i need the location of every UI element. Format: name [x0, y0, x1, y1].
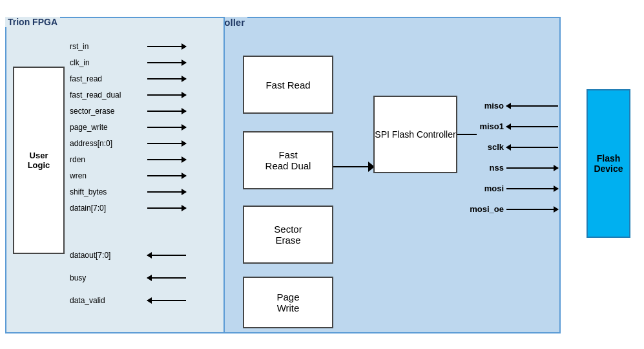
miso-arrowhead	[506, 103, 511, 109]
signal-data-valid: data_valid	[70, 296, 186, 305]
signal-name-sector-erase: sector_erase	[70, 107, 146, 116]
module-fast-read-dual: FastRead Dual	[243, 131, 333, 189]
arrow-busy	[147, 277, 186, 279]
module-sector-erase-label: SectorErase	[274, 224, 302, 246]
signal-wren: wren	[70, 171, 186, 180]
spi-signal-miso: miso	[464, 101, 558, 111]
signal-clk-in: clk_in	[70, 58, 186, 67]
module-fast-read: Fast Read	[243, 56, 333, 114]
arrow-page-write	[147, 127, 186, 128]
module-sector-erase: SectorErase	[243, 206, 333, 264]
signal-name-shift-bytes: shift_bytes	[70, 187, 146, 196]
flash-device-box: Flash Device	[587, 89, 630, 238]
signal-address: address[n:0]	[70, 139, 186, 148]
arrow-fast-read-dual	[147, 94, 186, 96]
signal-name-datain: datain[7:0]	[70, 204, 146, 213]
h-connector-modules-spi	[333, 166, 373, 167]
signal-sector-erase: sector_erase	[70, 107, 186, 116]
spi-signal-miso1: miso1	[464, 122, 558, 131]
module-page-write-label: PageWrite	[276, 291, 299, 313]
arrow-clk-in	[147, 62, 186, 63]
signal-name-rden: rden	[70, 155, 146, 164]
module-page-write: PageWrite	[243, 277, 333, 328]
arrow-fast-read	[147, 78, 186, 79]
sclk-line	[506, 147, 558, 148]
sclk-arrowhead	[506, 144, 511, 151]
module-fast-read-label: Fast Read	[265, 79, 310, 90]
signal-name-wren: wren	[70, 171, 146, 180]
nss-arrowhead	[554, 165, 559, 171]
mosi-oe-arrowhead	[554, 206, 559, 213]
spi-signal-nss: nss	[464, 163, 558, 173]
signal-page-write: page_write	[70, 123, 186, 132]
mosi-arrowhead	[554, 185, 559, 192]
spi-name-mosi: mosi	[464, 184, 504, 193]
main-container: ASMI SPI Flash Controller Trion FPGA Use…	[5, 5, 635, 343]
spi-signal-mosi-oe: mosi_oe	[464, 204, 558, 214]
signal-name-rst-in: rst_in	[70, 42, 146, 51]
signal-rst-in: rst_in	[70, 42, 186, 51]
arrow-rst-in	[147, 46, 186, 47]
spi-flash-controller-box: SPI Flash Controller	[373, 96, 457, 173]
mosi-oe-line	[506, 209, 558, 210]
arrow-datain	[147, 207, 186, 209]
user-logic-label: UserLogic	[28, 151, 50, 170]
signal-dataout: dataout[7:0]	[70, 251, 186, 260]
spi-name-nss: nss	[464, 163, 504, 173]
spi-name-miso: miso	[464, 101, 504, 111]
signal-shift-bytes: shift_bytes	[70, 187, 186, 196]
signal-busy: busy	[70, 273, 186, 282]
module-fast-read-dual-label: FastRead Dual	[265, 149, 311, 171]
spi-signal-sclk: sclk	[464, 142, 558, 152]
signal-name-data-valid: data_valid	[70, 296, 146, 305]
signal-name-address: address[n:0]	[70, 139, 146, 148]
spi-name-sclk: sclk	[464, 142, 504, 152]
signal-name-dataout: dataout[7:0]	[70, 251, 146, 260]
signal-fast-read-dual: fast_read_dual	[70, 90, 186, 100]
spi-flash-controller-label: SPI Flash Controller	[375, 129, 455, 140]
signal-fast-read: fast_read	[70, 74, 186, 83]
arrow-shift-bytes	[147, 191, 186, 193]
arrow-wren	[147, 175, 186, 176]
signal-name-busy: busy	[70, 273, 146, 282]
mosi-line	[506, 188, 558, 189]
signal-datain: datain[7:0]	[70, 204, 186, 213]
signal-name-page-write: page_write	[70, 123, 146, 132]
nss-line	[506, 167, 558, 169]
signal-name-clk-in: clk_in	[70, 58, 146, 67]
spi-name-miso1: miso1	[464, 122, 504, 131]
arrow-rden	[147, 159, 186, 160]
arrow-sector-erase	[147, 111, 186, 112]
spi-name-mosi-oe: mosi_oe	[464, 204, 504, 214]
miso-line	[506, 105, 558, 107]
flash-device-label: Flash Device	[588, 153, 629, 174]
miso1-arrowhead	[506, 123, 511, 130]
user-logic-box: UserLogic	[13, 67, 65, 254]
arrow-dataout	[147, 255, 186, 256]
signal-name-fast-read: fast_read	[70, 74, 146, 83]
signal-name-fast-read-dual: fast_read_dual	[70, 90, 146, 100]
arrow-data-valid	[147, 300, 186, 301]
spi-signal-mosi: mosi	[464, 184, 558, 193]
signal-rden: rden	[70, 155, 186, 164]
h-connector-spi-signals	[457, 134, 477, 135]
miso1-line	[506, 126, 558, 127]
trion-label: Trion FPGA	[5, 17, 60, 27]
arrow-address	[147, 143, 186, 144]
